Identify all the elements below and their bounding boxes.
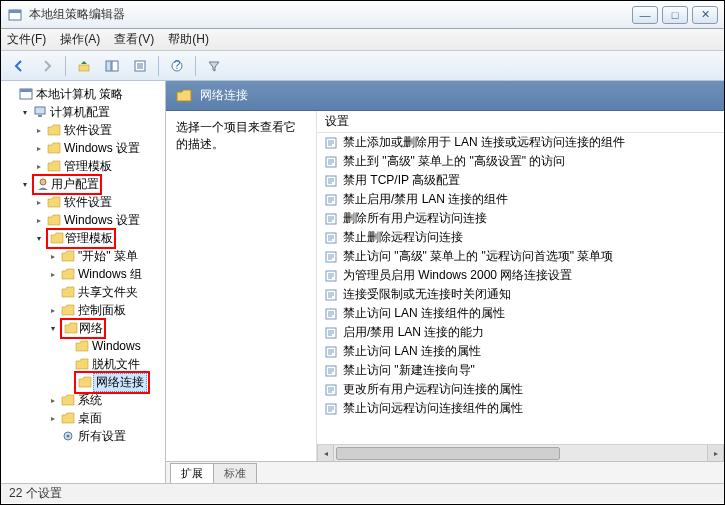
tree-item[interactable]: ▸Windows 设置 [33, 211, 165, 229]
setting-item[interactable]: 禁用 TCP/IP 高级配置 [317, 171, 724, 190]
setting-label: 禁止启用/禁用 LAN 连接的组件 [343, 191, 508, 208]
up-button[interactable] [72, 55, 96, 77]
tree-item[interactable]: ▸系统 [47, 391, 165, 409]
folder-icon [63, 321, 79, 335]
tree-item[interactable]: ▸桌面 [47, 409, 165, 427]
tree-computer-config[interactable]: ▾ 计算机配置 [19, 103, 165, 121]
tree-item[interactable]: ▸Windows 设置 [33, 139, 165, 157]
tree-network[interactable]: ▾ 网络 [47, 319, 165, 337]
setting-item[interactable]: 为管理员启用 Windows 2000 网络连接设置 [317, 266, 724, 285]
tree-item[interactable]: ▸Windows 组 [47, 265, 165, 283]
tree-item[interactable]: Windows [61, 337, 165, 355]
expander-icon[interactable]: ▸ [33, 143, 44, 154]
back-button[interactable] [7, 55, 31, 77]
settings-header[interactable]: 设置 [317, 111, 724, 133]
setting-item[interactable]: 更改所有用户远程访问连接的属性 [317, 380, 724, 399]
expander-icon[interactable] [61, 377, 72, 388]
tree-pane[interactable]: 本地计算机 策略 ▾ 计算机配置 ▸软件设置 ▸Windows 设置 ▸管理模板… [1, 81, 166, 483]
expander-icon[interactable]: ▸ [47, 305, 58, 316]
setting-item[interactable]: 禁止访问 "高级" 菜单上的 "远程访问首选项" 菜单项 [317, 247, 724, 266]
expander-icon[interactable]: ▾ [33, 233, 44, 244]
expander-icon[interactable]: ▾ [19, 179, 30, 190]
scroll-left-arrow[interactable]: ◂ [317, 445, 334, 461]
folder-icon [74, 357, 90, 371]
forward-button[interactable] [35, 55, 59, 77]
setting-item[interactable]: 禁止添加或删除用于 LAN 连接或远程访问连接的组件 [317, 133, 724, 152]
setting-label: 更改所有用户远程访问连接的属性 [343, 381, 523, 398]
menu-view[interactable]: 查看(V) [114, 31, 154, 48]
scroll-right-arrow[interactable]: ▸ [707, 445, 724, 461]
tree-item[interactable]: ▸管理模板 [33, 157, 165, 175]
policy-item-icon [323, 269, 339, 283]
minimize-button[interactable]: — [632, 6, 658, 24]
filter-button[interactable] [202, 55, 226, 77]
tree-user-config[interactable]: ▾ 用户配置 [19, 175, 165, 193]
tree-label: Windows 设置 [64, 140, 140, 157]
expander-icon[interactable]: ▸ [33, 161, 44, 172]
properties-button[interactable] [128, 55, 152, 77]
expander-icon[interactable]: ▸ [47, 269, 58, 280]
settings-list[interactable]: 禁止添加或删除用于 LAN 连接或远程访问连接的组件禁止到 "高级" 菜单上的 … [317, 133, 724, 444]
tree-item[interactable]: ▸软件设置 [33, 121, 165, 139]
menu-help[interactable]: 帮助(H) [168, 31, 209, 48]
tree-label: 网络 [79, 320, 103, 337]
tree-label: Windows 组 [78, 266, 142, 283]
main-area: 本地计算机 策略 ▾ 计算机配置 ▸软件设置 ▸Windows 设置 ▸管理模板… [1, 81, 724, 483]
tree-item[interactable]: ▸控制面板 [47, 301, 165, 319]
expander-icon[interactable]: ▸ [33, 215, 44, 226]
expander-icon[interactable]: ▸ [33, 125, 44, 136]
expander-icon[interactable]: ▸ [47, 395, 58, 406]
setting-item[interactable]: 禁止访问 "新建连接向导" [317, 361, 724, 380]
tree-item[interactable]: ▸软件设置 [33, 193, 165, 211]
expander-icon[interactable]: ▸ [33, 197, 44, 208]
expander-icon[interactable] [47, 431, 58, 442]
tab-extended[interactable]: 扩展 [170, 463, 214, 483]
show-hide-tree-button[interactable] [100, 55, 124, 77]
expander-icon[interactable]: ▾ [19, 107, 30, 118]
tab-standard[interactable]: 标准 [213, 463, 257, 483]
folder-icon [74, 339, 90, 353]
setting-item[interactable]: 禁止启用/禁用 LAN 连接的组件 [317, 190, 724, 209]
highlight-box: 网络连接 [74, 371, 150, 394]
tree-item[interactable]: ▸"开始" 菜单 [47, 247, 165, 265]
setting-item[interactable]: 禁止访问远程访问连接组件的属性 [317, 399, 724, 418]
tree-label: 用户配置 [51, 176, 99, 193]
horizontal-scrollbar[interactable]: ◂ ▸ [317, 444, 724, 461]
expander-icon[interactable]: ▾ [47, 323, 58, 334]
expander-icon[interactable]: ▸ [47, 251, 58, 262]
tree-item[interactable]: 共享文件夹 [47, 283, 165, 301]
setting-label: 禁止访问 "新建连接向导" [343, 362, 475, 379]
expander-icon[interactable] [47, 287, 58, 298]
setting-label: 删除所有用户远程访问连接 [343, 210, 487, 227]
folder-icon [60, 267, 76, 281]
setting-item[interactable]: 禁止访问 LAN 连接的属性 [317, 342, 724, 361]
tree-label: Windows 设置 [64, 212, 140, 229]
expander-icon[interactable] [61, 359, 72, 370]
setting-item[interactable]: 禁止访问 LAN 连接组件的属性 [317, 304, 724, 323]
tree-root[interactable]: 本地计算机 策略 [5, 85, 165, 103]
app-icon [7, 7, 23, 23]
policy-item-icon [323, 212, 339, 226]
setting-item[interactable]: 连接受限制或无连接时关闭通知 [317, 285, 724, 304]
menu-action[interactable]: 操作(A) [60, 31, 100, 48]
tree-admin-templates[interactable]: ▾ 管理模板 [33, 229, 165, 247]
help-button[interactable]: ? [165, 55, 189, 77]
tree-network-connections[interactable]: 网络连接 [61, 373, 165, 391]
scroll-thumb[interactable] [336, 447, 560, 460]
tree-item[interactable]: 所有设置 [47, 427, 165, 445]
policy-item-icon [323, 383, 339, 397]
highlight-box: 管理模板 [46, 228, 116, 249]
menu-file[interactable]: 文件(F) [7, 31, 46, 48]
policy-item-icon [323, 402, 339, 416]
expander-icon[interactable] [61, 341, 72, 352]
policy-item-icon [323, 136, 339, 150]
expander-icon[interactable]: ▸ [47, 413, 58, 424]
maximize-button[interactable]: □ [662, 6, 688, 24]
setting-item[interactable]: 禁止删除远程访问连接 [317, 228, 724, 247]
setting-item[interactable]: 删除所有用户远程访问连接 [317, 209, 724, 228]
setting-item[interactable]: 启用/禁用 LAN 连接的能力 [317, 323, 724, 342]
expander-icon[interactable] [5, 89, 16, 100]
scroll-track[interactable] [334, 445, 707, 461]
close-button[interactable]: ✕ [692, 6, 718, 24]
setting-item[interactable]: 禁止到 "高级" 菜单上的 "高级设置" 的访问 [317, 152, 724, 171]
